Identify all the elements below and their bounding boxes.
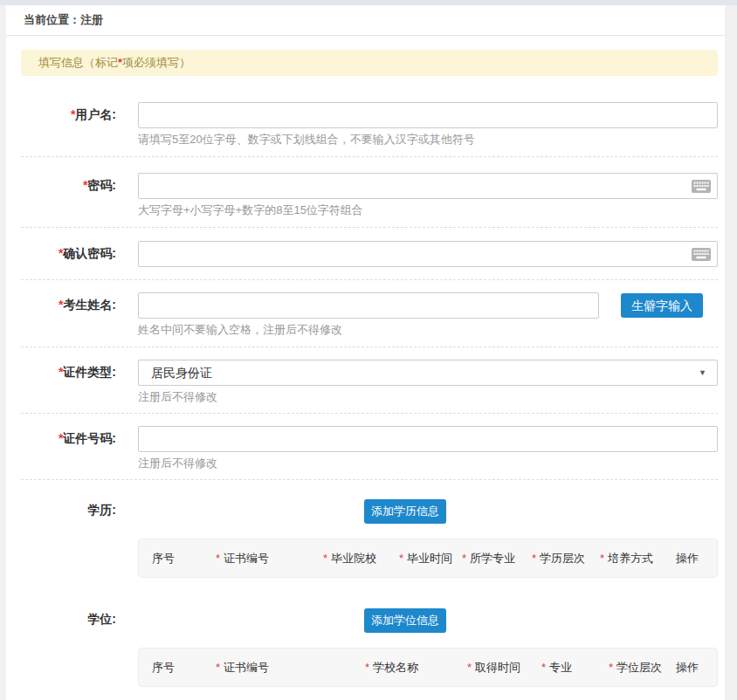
id-number-input[interactable]	[138, 426, 718, 452]
education-table-header: 序号 *证书编号 *毕业院校 *毕业时间 *所学专业 *学历层次 *培养方式 操…	[138, 539, 718, 578]
degree-col-index: 序号	[148, 660, 216, 676]
degree-col-level: *学位层次	[609, 660, 672, 676]
notice-suffix: 项必须填写）	[122, 56, 190, 69]
education-col-index: 序号	[148, 551, 216, 566]
username-row: *用户名: 请填写5至20位字母、数字或下划线组合，不要输入汉字或其他符号	[21, 76, 718, 157]
registration-page: 当前位置：注册 填写信息（标记*项必须填写） *用户名: 请填写5至20位字母、…	[0, 0, 737, 700]
form-container: 填写信息（标记*项必须填写） *用户名: 请填写5至20位字母、数字或下划线组合…	[6, 36, 725, 700]
education-col-actions: 操作	[672, 551, 699, 566]
add-education-button[interactable]: 添加学历信息	[364, 499, 446, 524]
id-type-label: *证件类型:	[21, 360, 116, 405]
candidate-name-row: *考生姓名: 生僻字输入 姓名中间不要输入空格，注册后不得修改	[21, 280, 718, 347]
password-hint: 大写字母+小写字母+数字的8至15位字符组合	[138, 202, 718, 218]
education-label: 学历:	[21, 499, 116, 578]
keyboard-icon[interactable]	[692, 248, 711, 261]
notice-prefix: 填写信息（标记	[38, 56, 118, 69]
degree-section: 学位: 添加学位信息 序号 *证书编号 *学校名称 *取得时间 *专业 *学位层…	[21, 608, 718, 700]
password-input[interactable]	[138, 173, 718, 199]
degree-label: 学位:	[21, 608, 116, 687]
rare-character-input-button[interactable]: 生僻字输入	[621, 293, 703, 318]
education-col-school: *毕业院校	[323, 551, 399, 566]
degree-col-major: *专业	[541, 660, 609, 676]
username-input[interactable]	[138, 102, 718, 128]
id-type-row: *证件类型: 居民身份证 ▼ 注册后不得修改	[21, 347, 718, 414]
breadcrumb: 当前位置：注册	[6, 5, 725, 36]
education-col-cert-no: *证书编号	[216, 551, 323, 566]
confirm-password-row: *确认密码:	[21, 228, 718, 280]
degree-col-school: *学校名称	[365, 660, 467, 676]
breadcrumb-text: 当前位置：注册	[24, 13, 103, 26]
username-hint: 请填写5至20位字母、数字或下划线组合，不要输入汉字或其他符号	[138, 132, 718, 148]
education-col-grad-time: *毕业时间	[399, 551, 462, 566]
add-degree-button[interactable]: 添加学位信息	[364, 608, 446, 633]
username-label: *用户名:	[21, 102, 116, 148]
id-type-selected-value: 居民身份证	[151, 366, 212, 380]
chevron-down-icon: ▼	[699, 360, 706, 385]
degree-col-actions: 操作	[672, 660, 699, 676]
degree-col-cert-no: *证书编号	[216, 660, 365, 676]
id-type-hint: 注册后不得修改	[138, 389, 718, 405]
confirm-password-input[interactable]	[138, 241, 718, 267]
degree-table-header: 序号 *证书编号 *学校名称 *取得时间 *专业 *学位层次 操作	[138, 648, 718, 687]
candidate-name-label: *考生姓名:	[21, 292, 116, 338]
id-type-select[interactable]: 居民身份证 ▼	[138, 360, 718, 386]
confirm-password-label: *确认密码:	[21, 241, 116, 267]
education-col-major: *所学专业	[462, 551, 532, 566]
degree-col-obtain-time: *取得时间	[467, 660, 541, 676]
education-col-level: *学历层次	[532, 551, 600, 566]
id-number-label: *证件号码:	[21, 426, 116, 471]
id-number-row: *证件号码: 注册后不得修改	[21, 414, 718, 480]
notice-banner: 填写信息（标记*项必须填写）	[21, 50, 718, 76]
education-col-mode: *培养方式	[600, 551, 672, 566]
password-row: *密码: 大写字母+小写字母+数字的8至15位字符组合	[21, 157, 718, 228]
keyboard-icon[interactable]	[692, 180, 711, 193]
content-panel: 当前位置：注册 填写信息（标记*项必须填写） *用户名: 请填写5至20位字母、…	[6, 5, 725, 700]
candidate-name-input[interactable]	[138, 292, 599, 319]
candidate-name-hint: 姓名中间不要输入空格，注册后不得修改	[138, 322, 718, 338]
education-section: 学历: 添加学历信息 序号 *证书编号 *毕业院校 *毕业时间 *所学专业 *学…	[21, 480, 718, 608]
password-label: *密码:	[21, 173, 116, 218]
id-number-hint: 注册后不得修改	[138, 456, 718, 471]
